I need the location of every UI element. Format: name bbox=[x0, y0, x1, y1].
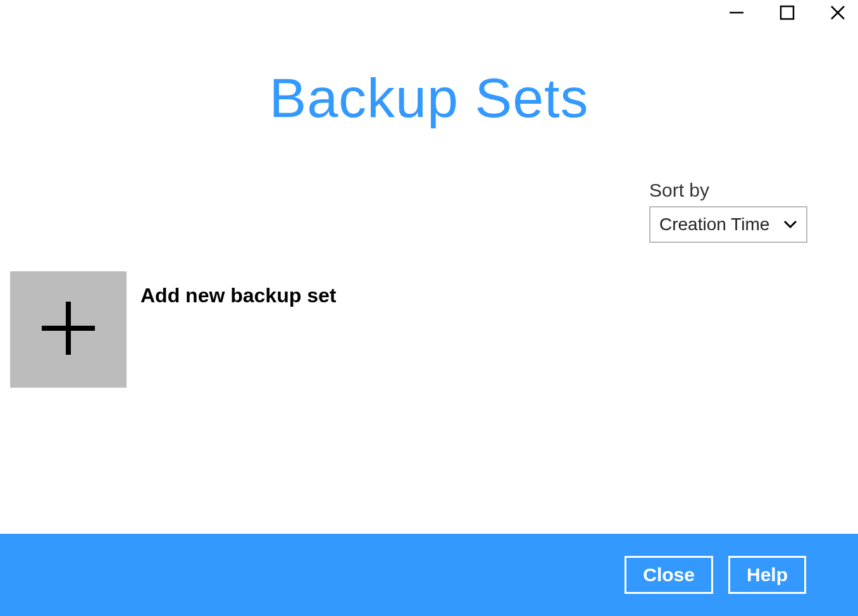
close-button[interactable]: Close bbox=[625, 556, 713, 594]
sort-by-value: Creation Time bbox=[659, 214, 769, 235]
footer-bar: Close Help bbox=[0, 534, 858, 616]
svg-rect-1 bbox=[781, 6, 793, 19]
plus-icon bbox=[37, 297, 100, 362]
sort-by-select[interactable]: Creation Time bbox=[649, 206, 807, 243]
window-titlebar bbox=[0, 0, 858, 28]
backup-sets-window: Backup Sets Sort by Creation Time Add ne… bbox=[0, 0, 858, 616]
maximize-button[interactable] bbox=[774, 1, 800, 27]
window-close-button[interactable] bbox=[825, 1, 850, 27]
minimize-button[interactable] bbox=[724, 1, 749, 27]
maximize-icon bbox=[779, 4, 795, 23]
content-area: Backup Sets Sort by Creation Time Add ne… bbox=[0, 28, 858, 534]
close-icon bbox=[830, 4, 846, 23]
sort-by-label: Sort by bbox=[649, 180, 807, 201]
page-title: Backup Sets bbox=[0, 66, 858, 130]
sort-by-block: Sort by Creation Time bbox=[649, 180, 807, 243]
help-button[interactable]: Help bbox=[728, 556, 806, 594]
add-backup-set-label: Add new backup set bbox=[140, 284, 336, 307]
add-backup-set-row[interactable]: Add new backup set bbox=[10, 271, 336, 388]
add-tile bbox=[10, 271, 127, 388]
minimize-icon bbox=[728, 4, 745, 23]
chevron-down-icon bbox=[783, 220, 797, 229]
